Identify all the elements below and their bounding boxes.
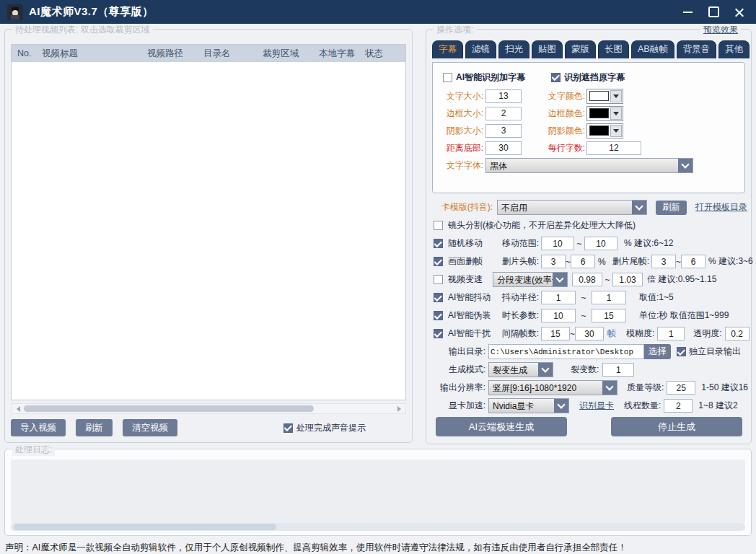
speed-min-input[interactable] <box>572 273 602 286</box>
refresh-list-button[interactable]: 刷新 <box>76 419 113 436</box>
video-list-legend: 待处理视频列表: 双击选取裁剪区域 <box>12 24 153 36</box>
font-family-arrow-icon[interactable] <box>678 159 693 172</box>
log-output-area[interactable] <box>11 460 745 523</box>
move-range-max-input[interactable] <box>584 237 617 250</box>
frame-delete-row: 画面删帧 删片头帧: ~ % 删片尾帧: ~ % 建议:3~6 <box>431 252 748 271</box>
disguise-max-input[interactable] <box>592 309 626 322</box>
shadow-color-arrow-icon[interactable] <box>610 125 622 137</box>
interfere-row: AI智能干扰 间隔帧数: ~ 帧 模糊度: 透明度: <box>431 325 748 343</box>
border-size-input[interactable] <box>485 107 522 120</box>
jitter-min-input[interactable] <box>541 291 576 304</box>
video-list-scrollbar[interactable] <box>11 403 406 414</box>
font-color-combo[interactable] <box>586 89 623 104</box>
resolution-arrow-icon[interactable] <box>602 381 617 395</box>
col-no: No. <box>12 48 36 58</box>
tail-frames-min-input[interactable] <box>651 255 676 268</box>
tail-frames-max-input[interactable] <box>681 255 706 268</box>
move-range-min-input[interactable] <box>541 237 574 250</box>
scroll-right-icon[interactable] <box>395 404 405 413</box>
options-tabs: 字幕 滤镜 扫光 贴图 蒙版 长图 AB融帧 背景音 其他 <box>432 40 750 58</box>
tab-ab-frame[interactable]: AB融帧 <box>631 40 674 58</box>
head-frames-min-input[interactable] <box>541 255 566 268</box>
clear-videos-button[interactable]: 清空视频 <box>123 419 177 436</box>
jitter-checkbox[interactable] <box>434 293 443 302</box>
bottom-distance-label: 距离底部: <box>433 142 483 154</box>
close-icon[interactable] <box>730 4 749 21</box>
shadow-size-input[interactable] <box>485 124 522 138</box>
gpu-arrow-icon[interactable] <box>554 399 568 413</box>
log-scrollbar[interactable] <box>11 523 745 531</box>
font-size-input[interactable] <box>485 89 522 103</box>
ai-add-subtitle-checkbox[interactable] <box>443 73 452 82</box>
tab-filter[interactable]: 滤镜 <box>465 40 496 58</box>
gpu-dropdown[interactable]: Nvidia显卡 <box>488 398 569 413</box>
independent-dir-label: 独立目录输出 <box>689 346 741 358</box>
tab-mask[interactable]: 蒙版 <box>565 40 596 58</box>
interfere-checkbox[interactable] <box>434 329 443 338</box>
range-tilde: ~ <box>602 275 612 285</box>
template-refresh-button[interactable]: 刷新 <box>656 201 687 215</box>
disguise-label: AI智能伪装 <box>448 309 497 322</box>
open-template-dir-link[interactable]: 打开模板目录 <box>695 201 747 214</box>
video-table[interactable]: No. 视频标题 视频路径 目录名 裁剪区域 本地字幕 状态 <box>11 44 406 400</box>
output-dir-input[interactable] <box>488 344 644 359</box>
import-video-button[interactable]: 导入视频 <box>11 419 66 436</box>
tab-long-image[interactable]: 长图 <box>598 40 629 58</box>
font-color-arrow-icon[interactable] <box>610 90 622 102</box>
preview-effect-link[interactable]: 预览效果 <box>700 24 741 36</box>
chars-per-line-input[interactable] <box>586 141 641 155</box>
gen-mode-arrow-icon[interactable] <box>538 363 553 377</box>
frame-delete-checkbox[interactable] <box>434 257 443 266</box>
log-scrollbar-thumb[interactable] <box>14 524 276 530</box>
template-dropdown[interactable]: 不启用 <box>497 200 647 215</box>
template-row: 卡模版(抖音): 不启用 刷新 打开模板目录 <box>431 198 748 216</box>
choose-dir-button[interactable]: 选择 <box>644 344 671 359</box>
interval-max-input[interactable] <box>575 327 604 340</box>
lens-split-label: 镜头分割(核心功能，不开启差异化处理大大降低) <box>448 219 636 232</box>
template-arrow-icon[interactable] <box>632 201 646 214</box>
fission-count-input[interactable] <box>602 363 634 377</box>
scroll-left-icon[interactable] <box>12 404 22 413</box>
cover-original-subtitle-checkbox[interactable] <box>551 73 561 82</box>
quality-input[interactable] <box>667 381 695 395</box>
tab-subtitle[interactable]: 字幕 <box>432 40 463 58</box>
cloud-generate-button[interactable]: AI云端极速生成 <box>436 417 567 436</box>
video-table-body[interactable] <box>12 62 405 400</box>
border-color-arrow-icon[interactable] <box>610 107 622 120</box>
resolution-dropdown[interactable]: 竖屏[9:16]-1080*1920 <box>488 380 617 395</box>
minimize-icon[interactable] <box>678 4 697 21</box>
tab-sweep-light[interactable]: 扫光 <box>498 40 529 58</box>
lens-split-checkbox[interactable] <box>434 221 443 230</box>
log-legend: 处理日志: <box>12 444 55 456</box>
gen-mode-dropdown[interactable]: 裂变生成 <box>488 362 553 377</box>
head-frames-max-input[interactable] <box>571 255 595 268</box>
speed-mode-dropdown[interactable]: 分段变速(效率佳 <box>493 272 568 287</box>
detect-gpu-link[interactable]: 识别显卡 <box>579 400 614 412</box>
tab-other[interactable]: 其他 <box>718 40 750 58</box>
speed-checkbox[interactable] <box>434 275 443 284</box>
col-title: 视频标题 <box>36 48 141 60</box>
sound-alert-checkbox[interactable] <box>284 423 293 433</box>
threads-input[interactable] <box>664 399 693 413</box>
independent-dir-checkbox[interactable] <box>677 347 686 356</box>
opacity-input[interactable] <box>725 327 750 340</box>
tab-bgm[interactable]: 背景音 <box>677 40 717 58</box>
resolution-label: 输出分辨率: <box>431 382 485 394</box>
interval-min-input[interactable] <box>541 327 570 340</box>
tab-sticker[interactable]: 贴图 <box>532 40 563 58</box>
speed-mode-arrow-icon[interactable] <box>553 273 567 286</box>
stop-generate-button[interactable]: 停止生成 <box>611 417 742 436</box>
random-move-checkbox[interactable] <box>434 239 443 248</box>
jitter-max-input[interactable] <box>592 291 626 304</box>
bottom-distance-input[interactable] <box>485 141 522 155</box>
font-family-dropdown[interactable]: 黑体 <box>485 158 693 173</box>
border-color-combo[interactable] <box>586 106 623 121</box>
speed-label: 视频变速 <box>448 273 493 286</box>
disguise-checkbox[interactable] <box>434 311 443 320</box>
scrollbar-thumb[interactable] <box>24 405 314 412</box>
maximize-icon[interactable] <box>704 4 723 21</box>
blur-input[interactable] <box>657 327 685 340</box>
disguise-min-input[interactable] <box>541 309 576 322</box>
speed-max-input[interactable] <box>612 273 643 286</box>
shadow-color-combo[interactable] <box>586 123 623 138</box>
